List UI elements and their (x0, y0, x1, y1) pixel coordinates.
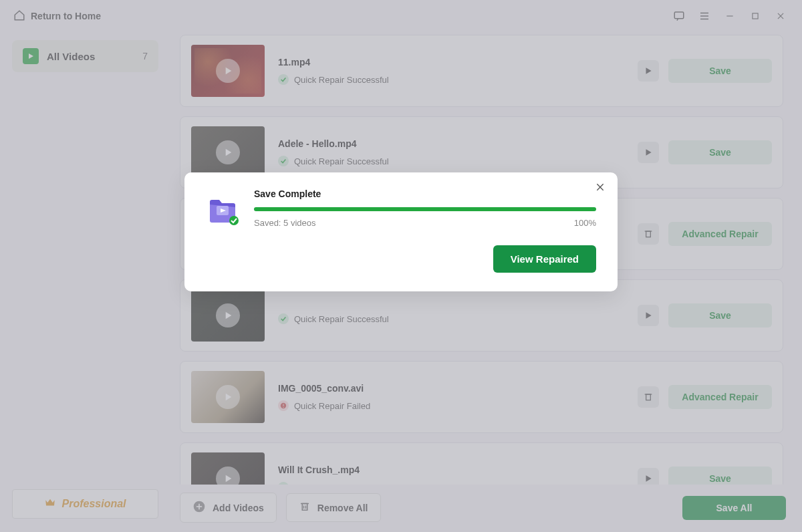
modal-overlay: Save Complete Saved: 5 videos 100% View … (0, 0, 802, 532)
progress-bar (254, 207, 596, 211)
modal-close-button[interactable] (595, 182, 606, 195)
progress-percent: 100% (574, 218, 596, 228)
folder-video-icon (206, 192, 239, 226)
svg-point-40 (229, 216, 239, 225)
view-repaired-button[interactable]: View Repaired (493, 245, 596, 273)
saved-count-text: Saved: 5 videos (254, 218, 316, 228)
modal-title: Save Complete (254, 188, 596, 199)
view-repaired-label: View Repaired (511, 253, 579, 265)
save-complete-modal: Save Complete Saved: 5 videos 100% View … (184, 172, 618, 291)
